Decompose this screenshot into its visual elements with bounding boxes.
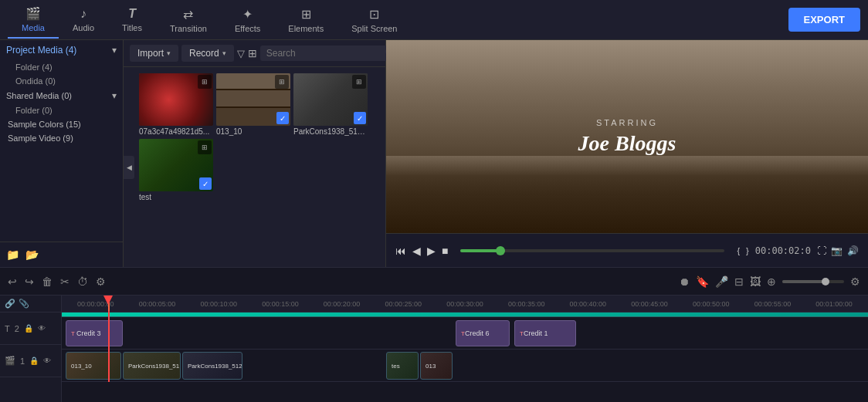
record-button[interactable]: Record ▾ [181, 45, 234, 62]
record-caret-icon: ▾ [222, 49, 226, 57]
media-thumb-img-2: ⊞ ✓ [216, 73, 290, 126]
toolbar-effects[interactable]: ✦ Effects [221, 2, 274, 38]
thumb-label-2: 013_10 [216, 127, 290, 136]
import-button[interactable]: Import ▾ [130, 45, 178, 62]
magnet-icon[interactable]: 📎 [19, 299, 29, 309]
audio-label: Audio [73, 23, 94, 32]
timeline-track-labels: 🔗 📎 T 2 🔒 👁 🎬 1 🔒 👁 [0, 296, 62, 402]
toolbar-elements[interactable]: ⊞ Elements [274, 2, 337, 38]
ruler-35: 00:00:35:00 [496, 300, 558, 308]
ruler-5: 00:00:05:00 [127, 300, 188, 308]
tree-sample-video[interactable]: Sample Video (9) [0, 131, 123, 145]
clip-tes[interactable]: tes [386, 352, 419, 380]
transition-label: Transition [170, 24, 207, 33]
tree-folder[interactable]: Folder (4) [0, 60, 123, 74]
ruler-30: 00:00:30:00 [434, 300, 496, 308]
track-2-icon: T [5, 324, 10, 333]
delete-button[interactable]: 🗑 [42, 275, 53, 288]
collapse-arrow[interactable]: ◀ [124, 156, 134, 179]
clip-credit6[interactable]: T Credit 6 [456, 320, 510, 346]
frame-back-button[interactable]: ◀ [412, 245, 421, 257]
track-2-lock-button[interactable]: 🔒 [24, 324, 33, 333]
adjust-button[interactable]: ⚙ [96, 275, 106, 288]
grid-icon[interactable]: ⊞ [248, 47, 257, 59]
media-item-thumb3[interactable]: ⊞ ✓ ParkCons1938_512... [293, 73, 368, 136]
undo-button[interactable]: ↩ [8, 275, 17, 288]
thumb-label-3: ParkCons1938_512... [293, 127, 368, 136]
content-area: Project Media (4) ▾ Folder (4) Ondida (0… [0, 40, 868, 267]
clip-park1[interactable]: ParkCons1938_51 [123, 352, 181, 380]
fullscreen-button[interactable]: ⛶ [817, 245, 826, 256]
timeline-content: 00:00:00:00 00:00:05:00 00:00:10:00 00:0… [62, 296, 868, 402]
redo-button[interactable]: ↪ [25, 275, 34, 288]
zoom-fill [782, 280, 826, 283]
tree-sample-colors[interactable]: Sample Colors (15) [0, 117, 123, 131]
toolbar-audio[interactable]: ♪ Audio [59, 2, 108, 37]
clock-button[interactable]: ⏱ [77, 275, 88, 288]
toolbar-media[interactable]: 🎬 Media [8, 2, 59, 39]
chevron-right-icon: ▾ [112, 90, 117, 101]
clip-label-013-10: 013_10 [71, 363, 92, 370]
snapshot-button[interactable]: 📷 [831, 245, 843, 256]
media-thumb-img-1: ⊞ [139, 73, 213, 126]
stop-button[interactable]: ■ [442, 245, 448, 257]
ruler-50: 00:00:50:00 [680, 300, 742, 308]
tl-settings-button[interactable]: ⚙ [850, 275, 860, 288]
shared-media-header[interactable]: Shared Media (0) ▾ [0, 88, 123, 103]
top-toolbar: 🎬 Media ♪ Audio T Titles ⇄ Transition ✦ … [0, 0, 868, 40]
ruler-15: 00:00:15:00 [249, 300, 311, 308]
bracket-right-icon[interactable]: } [746, 246, 749, 255]
link-icon[interactable]: 🔗 [5, 299, 15, 309]
search-input[interactable] [266, 48, 382, 59]
volume-button[interactable]: 🔊 [847, 245, 859, 256]
thumb-check-3: ✓ [354, 112, 366, 124]
media-item-thumb2[interactable]: ⊞ ✓ 013_10 [216, 73, 290, 136]
media-toolbar: Import ▾ Record ▾ ▽ ⊞ 🔍 [124, 40, 385, 67]
tl-subtitle-button[interactable]: ⊟ [734, 275, 744, 288]
tl-mic-button[interactable]: 🎤 [715, 275, 728, 288]
media-item-thumb1[interactable]: ⊞ 07a3c47a49821d5... [139, 73, 213, 136]
toolbar-splitscreen[interactable]: ⊡ Split Screen [337, 2, 411, 38]
project-media-header[interactable]: Project Media (4) ▾ [0, 40, 123, 60]
media-grid: ⊞ 07a3c47a49821d5... ⊞ [133, 67, 385, 208]
zoom-slider[interactable] [782, 280, 844, 283]
clip-013[interactable]: 013 [420, 352, 453, 380]
track-1-lock-button[interactable]: 🔒 [29, 356, 39, 365]
cut-button[interactable]: ✂ [60, 275, 70, 288]
timeline-toolbar: ↩ ↪ 🗑 ✂ ⏱ ⚙ ⏺ 🔖 🎤 ⊟ 🖼 ⊕ ⚙ [0, 268, 868, 296]
export-button[interactable]: EXPORT [788, 8, 860, 32]
left-panel: Project Media (4) ▾ Folder (4) Ondida (0… [0, 40, 124, 267]
folder-action-button[interactable]: 📂 [25, 248, 39, 261]
progress-bar[interactable] [460, 249, 724, 252]
tree-shared-folder[interactable]: Folder (0) [0, 103, 123, 117]
media-thumb-img-4: ⊞ ✓ [139, 139, 213, 191]
bracket-left-icon[interactable]: { [737, 246, 740, 255]
record-label: Record [189, 48, 219, 59]
add-folder-button[interactable]: 📁 [6, 248, 19, 261]
chevron-down-icon: ▾ [112, 45, 117, 56]
clip-credit3[interactable]: T Credit 3 [66, 320, 123, 346]
track-2-eye-button[interactable]: 👁 [38, 324, 46, 333]
ruler-10: 00:00:10:00 [188, 300, 249, 308]
clip-credit1[interactable]: T Credit 1 [514, 320, 576, 346]
project-media-label: Project Media (4) [6, 45, 76, 56]
tl-record-button[interactable]: ⏺ [679, 275, 690, 288]
play-button[interactable]: ▶ [427, 245, 436, 257]
toolbar-titles[interactable]: T Titles [108, 2, 156, 37]
timeline-section: ↩ ↪ 🗑 ✂ ⏱ ⚙ ⏺ 🔖 🎤 ⊟ 🖼 ⊕ ⚙ [0, 267, 868, 402]
filter-icon[interactable]: ▽ [237, 48, 245, 59]
clip-park2[interactable]: ParkCons1938_512x [182, 352, 242, 380]
media-item-thumb4[interactable]: ⊞ ✓ test [139, 139, 213, 201]
media-icon: 🎬 [25, 6, 41, 21]
clip-label-tes: tes [392, 363, 400, 370]
skip-back-button[interactable]: ⏮ [395, 245, 406, 257]
tl-photo-button[interactable]: 🖼 [750, 275, 761, 288]
clip-013-10[interactable]: 013_10 [66, 352, 121, 380]
toolbar-transition[interactable]: ⇄ Transition [156, 2, 221, 38]
track-1-eye-button[interactable]: 👁 [43, 356, 51, 365]
left-panel-footer: 📁 📂 [0, 242, 123, 267]
tree-ondida[interactable]: Ondida (0) [0, 74, 123, 88]
tl-bookmark-button[interactable]: 🔖 [696, 275, 709, 288]
preview-video: STARRING Joe Bloggs [386, 40, 868, 233]
tl-circle-button[interactable]: ⊕ [767, 275, 776, 288]
